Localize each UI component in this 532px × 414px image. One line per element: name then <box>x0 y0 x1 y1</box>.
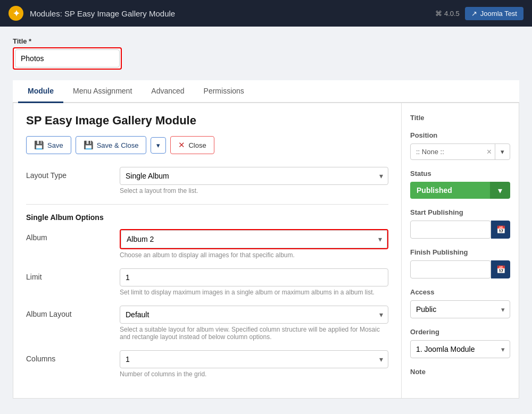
svg-text:✦: ✦ <box>13 9 20 18</box>
album-help: Choose an album to display all images fo… <box>120 251 388 259</box>
topbar-left: ✦ Modules: SP Easy Image Gallery Module <box>9 6 175 21</box>
divider-1 <box>26 204 388 205</box>
save-close-button[interactable]: 💾 Save & Close <box>76 136 147 154</box>
toolbar: 💾 Save 💾 Save & Close ▾ ✕ Close <box>26 136 388 154</box>
status-dropdown-button[interactable]: ▾ <box>490 182 510 199</box>
album-layout-label: Album Layout <box>26 306 111 318</box>
limit-help: Set limit to display maximum images in a… <box>120 289 388 296</box>
title-input[interactable] <box>15 49 120 67</box>
topbar: ✦ Modules: SP Easy Image Gallery Module … <box>0 0 532 27</box>
save-close-label: Save & Close <box>97 141 139 149</box>
position-dropdown-icon[interactable]: ▾ <box>495 144 510 159</box>
form-section: Layout Type Single Album Album List Late… <box>26 167 388 378</box>
position-wrapper: :: None :: × ▾ <box>410 143 510 160</box>
album-select[interactable]: Album 1 Album 2 Album 3 <box>121 230 387 248</box>
right-start-publishing-label: Start Publishing <box>410 208 510 216</box>
position-value: :: None :: <box>411 144 484 159</box>
version-label: ⌘ 4.0.5 <box>435 10 460 18</box>
layout-type-select[interactable]: Single Album Album List Latest Images <box>120 167 388 185</box>
album-label: Album <box>26 229 111 242</box>
status-chevron-icon: ▾ <box>498 185 502 196</box>
right-status-label: Status <box>410 170 510 178</box>
right-position-label: Position <box>410 131 510 139</box>
album-select-border: Album 1 Album 2 Album 3 <box>120 229 388 249</box>
right-status-row: Status Published ▾ <box>410 170 510 199</box>
left-panel: SP Easy Image Gallery Module 💾 Save 💾 Sa… <box>13 103 402 398</box>
user-name: Joomla Test <box>480 10 517 18</box>
columns-select-wrapper: 1 2 3 4 <box>120 350 388 368</box>
album-layout-select[interactable]: Default Mosaic Rectangle <box>120 306 388 324</box>
start-publishing-input[interactable] <box>410 221 491 239</box>
columns-select[interactable]: 1 2 3 4 <box>120 350 388 368</box>
album-layout-row: Album Layout Default Mosaic Rectangle Se… <box>26 306 388 341</box>
title-label: Title * <box>13 37 519 45</box>
chevron-down-icon: ▾ <box>156 141 160 149</box>
status-value: Published <box>410 182 490 199</box>
finish-publishing-calendar-button[interactable]: 📅 <box>491 260 510 278</box>
tabs-bar: Module Menu Assignment Advanced Permissi… <box>13 80 519 103</box>
single-album-heading: Single Album Options <box>26 213 388 222</box>
save-label: Save <box>47 141 63 149</box>
close-label: Close <box>188 141 206 149</box>
status-wrapper: Published ▾ <box>410 182 510 199</box>
album-row: Album Album 1 Album 2 Album 3 Cho <box>26 229 388 259</box>
access-select[interactable]: Public Registered Special <box>410 300 510 318</box>
right-ordering-label: Ordering <box>410 328 510 336</box>
position-clear-icon[interactable]: × <box>484 147 495 157</box>
layout-type-field: Single Album Album List Latest Images Se… <box>120 167 388 195</box>
right-position-row: Position :: None :: × ▾ <box>410 131 510 160</box>
finish-publishing-input[interactable] <box>410 260 491 278</box>
layout-type-row: Layout Type Single Album Album List Late… <box>26 167 388 195</box>
right-access-label: Access <box>410 288 510 296</box>
columns-row: Columns 1 2 3 4 Number of columns in the… <box>26 350 388 378</box>
title-input-border <box>13 47 122 70</box>
limit-field: Set limit to display maximum images in a… <box>120 268 388 296</box>
right-finish-publishing-row: Finish Publishing 📅 <box>410 248 510 278</box>
right-panel: Title Position :: None :: × ▾ Status Pub… <box>402 103 519 398</box>
columns-help: Number of columns in the grid. <box>120 370 388 378</box>
content-layout: SP Easy Image Gallery Module 💾 Save 💾 Sa… <box>13 103 519 399</box>
limit-row: Limit Set limit to display maximum image… <box>26 268 388 296</box>
right-start-publishing-row: Start Publishing 📅 <box>410 208 510 239</box>
title-section: Title * <box>13 37 519 70</box>
album-layout-field: Default Mosaic Rectangle Select a suitab… <box>120 306 388 341</box>
album-layout-select-wrapper: Default Mosaic Rectangle <box>120 306 388 324</box>
save-button[interactable]: 💾 Save <box>26 136 71 154</box>
album-select-wrapper: Album 1 Album 2 Album 3 <box>121 230 387 248</box>
start-publishing-calendar-button[interactable]: 📅 <box>491 221 510 239</box>
page-heading: Modules: SP Easy Image Gallery Module <box>30 9 175 18</box>
dropdown-button[interactable]: ▾ <box>151 137 166 154</box>
ordering-select-wrapper: 1. Joomla Module <box>410 340 510 358</box>
ordering-select[interactable]: 1. Joomla Module <box>410 340 510 358</box>
right-title-row: Title <box>410 114 510 122</box>
layout-type-label: Layout Type <box>26 167 111 180</box>
columns-label: Columns <box>26 350 111 363</box>
limit-label: Limit <box>26 268 111 281</box>
save-icon: 💾 <box>34 140 44 150</box>
tab-advanced[interactable]: Advanced <box>142 80 194 103</box>
calendar-icon-2: 📅 <box>496 265 505 274</box>
limit-input[interactable] <box>120 268 388 286</box>
album-layout-help: Select a suitable layout for album view.… <box>120 326 388 341</box>
save-close-icon: 💾 <box>84 140 94 150</box>
right-ordering-row: Ordering 1. Joomla Module <box>410 328 510 358</box>
tab-permissions[interactable]: Permissions <box>194 80 254 103</box>
access-select-wrapper: Public Registered Special <box>410 300 510 318</box>
columns-field: 1 2 3 4 Number of columns in the grid. <box>120 350 388 378</box>
layout-type-help: Select a layout from the list. <box>120 187 388 195</box>
finish-publishing-wrapper: 📅 <box>410 260 510 278</box>
start-publishing-wrapper: 📅 <box>410 221 510 239</box>
album-field: Album 1 Album 2 Album 3 Choose an album … <box>120 229 388 259</box>
joomla-logo-icon: ✦ <box>9 6 23 21</box>
right-access-row: Access Public Registered Special <box>410 288 510 318</box>
tab-module[interactable]: Module <box>18 80 63 103</box>
calendar-icon: 📅 <box>496 225 505 234</box>
main-content: Title * Module Menu Assignment Advanced … <box>0 27 532 409</box>
close-button[interactable]: ✕ Close <box>170 136 214 154</box>
tab-menu-assignment[interactable]: Menu Assignment <box>63 80 142 103</box>
topbar-right: ⌘ 4.0.5 ↗ Joomla Test <box>435 7 523 20</box>
right-note-label: Note <box>410 368 510 376</box>
close-icon: ✕ <box>178 140 185 150</box>
right-title-label: Title <box>410 114 510 122</box>
user-menu-button[interactable]: ↗ Joomla Test <box>465 7 523 20</box>
